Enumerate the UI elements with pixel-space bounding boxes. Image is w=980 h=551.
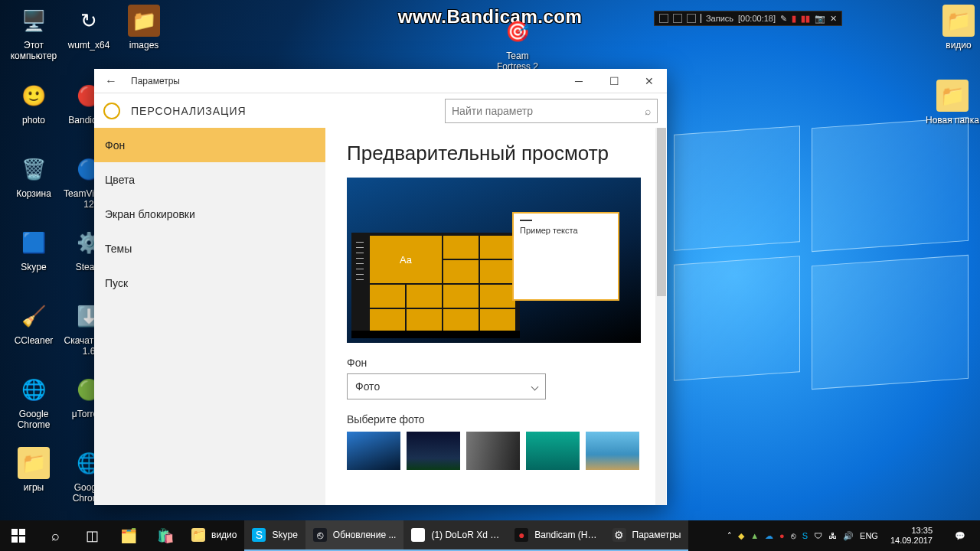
sidebar-item-экран-блокировки[interactable]: Экран блокировки [94,197,325,231]
sample-text: Пример текста [520,226,578,235]
sidebar-item-темы[interactable]: Темы [94,231,325,266]
icon-label: видио [931,40,980,51]
preview-heading: Предварительный просмотр [347,142,645,165]
camera-icon[interactable]: 📷 [815,14,825,24]
tray-bandicam-icon[interactable]: ● [779,531,785,540]
tray-expand-icon[interactable]: ˄ [727,531,732,541]
icon-image: 📁 [942,5,975,37]
back-button[interactable]: ← [105,74,117,88]
desktop-icon-photo[interactable]: 🙂photo [6,80,61,126]
scrollbar-thumb[interactable] [657,128,666,296]
desktop-icon-этот-компьютер[interactable]: 🖥️Этот компьютер [6,5,61,61]
icon-image: 🌐 [18,373,50,406]
desktop-icon-google-chrome[interactable]: 🌐Google Chrome [6,373,61,430]
desktop-icon-ccleaner[interactable]: 🧹CCleaner [6,300,61,346]
thumb-5[interactable] [586,432,639,470]
pencil-icon[interactable]: ✎ [780,14,787,24]
icon-image: 🧹 [18,300,50,332]
icon-image: ↻ [73,5,105,37]
sidebar-item-пуск[interactable]: Пуск [94,266,325,300]
window-title: Параметры [131,76,180,86]
action-center-button[interactable]: 💬 [945,520,975,551]
icon-label: Skype [6,262,61,272]
start-button[interactable] [0,520,37,551]
icon-image: 📁 [936,80,969,112]
preview-start-menu: Aa [351,233,520,338]
icon-image: 📁 [18,447,50,479]
thumb-2[interactable] [407,432,460,470]
tray-icon-2[interactable]: ▲ [750,531,759,540]
wallpaper-windows-logo [674,122,980,413]
sidebar-item-фон[interactable]: Фон [94,128,325,162]
tray-network-icon[interactable]: 🖧 [828,531,837,540]
task-view-button[interactable]: ◫ [74,520,110,551]
settings-content: Предварительный просмотр Aa Пример те [325,128,667,505]
background-label: Фон [347,357,645,369]
taskbar-clock[interactable]: 13:35 14.09.2017 [884,526,939,546]
thumb-3[interactable] [466,432,520,470]
search-button[interactable]: ⌕ [37,520,74,551]
tray-defender-icon[interactable]: 🛡 [814,531,822,540]
icon-label: Корзина [6,188,61,199]
desktop-icon-wumt_x64[interactable]: ↻wumt_x64 [61,5,116,51]
tray-volume-icon[interactable]: 🔊 [843,531,854,541]
search-input[interactable]: Найти параметр ⌕ [445,99,658,123]
desktop-icon-skype[interactable]: 🟦Skype [6,227,61,272]
window-titlebar[interactable]: ← Параметры ─ ☐ ✕ [94,69,667,93]
minimize-button[interactable]: ─ [561,69,596,93]
settings-sidebar: ФонЦветаЭкран блокировкиТемыПуск [94,128,325,505]
tray-steam-icon[interactable]: ⎋ [791,531,796,540]
icon-label: Google Chrome [6,409,61,430]
desktop-icon-корзина[interactable]: 🗑️Корзина [6,153,61,199]
maximize-button[interactable]: ☐ [596,69,632,93]
desktop-icon-новая-папка[interactable]: 📁Новая папка [925,80,980,126]
task-label: Параметры [632,530,681,540]
photo-thumbnails [347,432,645,470]
desktop-icon-игры[interactable]: 📁игры [6,447,61,493]
icon-label: CCleaner [6,335,61,346]
taskbar-item--1-dolor-xd-[interactable]: ◉(1) DoLoR Xd … [403,520,507,551]
desktop-icon-видио[interactable]: 📁видио [931,5,980,51]
preview-tile-aa: Aa [370,236,442,283]
search-placeholder: Найти параметр [452,105,533,117]
taskbar: ⌕ ◫ 🗂️ 🛍️ 📁видиоSSkype⎋Обновление ...◉(1… [0,520,980,551]
taskbar-item-skype[interactable]: SSkype [244,520,305,551]
tray-icon-1[interactable]: ◆ [738,531,744,541]
background-preview: Aa Пример текста [347,178,641,343]
taskbar-item-видио[interactable]: 📁видио [184,520,244,551]
task-label: Обновление ... [333,530,397,540]
icon-label: photo [6,115,61,126]
bandicam-toolbar[interactable]: Запись [00:00:18] ✎ ▮ ▮▮ 📷 ✕ [654,11,842,26]
tray-language[interactable]: ENG [860,531,878,540]
clock-time: 13:35 [890,526,933,536]
record-pause-icon[interactable]: ▮ [792,14,796,24]
preview-sample-window: Пример текста [512,212,619,301]
settings-window: ← Параметры ─ ☐ ✕ ПЕРСОНАЛИЗАЦИЯ Найти п… [94,69,667,505]
bandicam-btn-1[interactable] [659,14,668,23]
bandicam-btn-2[interactable] [673,14,682,23]
sidebar-item-цвета[interactable]: Цвета [94,162,325,197]
bandicam-close-icon[interactable]: ✕ [830,14,837,24]
tray-skype-icon[interactable]: S [802,531,808,540]
background-type-dropdown[interactable]: Фото [347,373,546,399]
thumb-4[interactable] [526,432,580,470]
icon-image: 🎯 [501,15,534,47]
separator [701,14,701,23]
search-icon[interactable]: ⌕ [645,105,651,117]
thumb-1[interactable] [347,432,400,470]
desktop-icon-images[interactable]: 📁images [116,5,172,51]
taskbar-item-параметры[interactable]: ⚙Параметры [605,520,689,551]
bandicam-btn-3[interactable] [687,14,696,23]
desktop-icon-team-fortress-2[interactable]: 🎯Team Fortress 2 [490,15,545,72]
task-icon: ⎋ [313,528,327,542]
file-explorer-button[interactable]: 🗂️ [110,520,147,551]
icon-image: 🗑️ [18,153,50,185]
store-button[interactable]: 🛍️ [147,520,184,551]
taskbar-item-bandicam-h-[interactable]: ●Bandicam (H… [507,520,604,551]
taskbar-item-обновление-[interactable]: ⎋Обновление ... [305,520,404,551]
record-stop-icon[interactable]: ▮▮ [801,14,810,24]
dropdown-value: Фото [355,380,380,393]
task-icon: ● [514,528,528,542]
close-button[interactable]: ✕ [632,69,667,93]
tray-onedrive-icon[interactable]: ☁ [765,531,773,541]
